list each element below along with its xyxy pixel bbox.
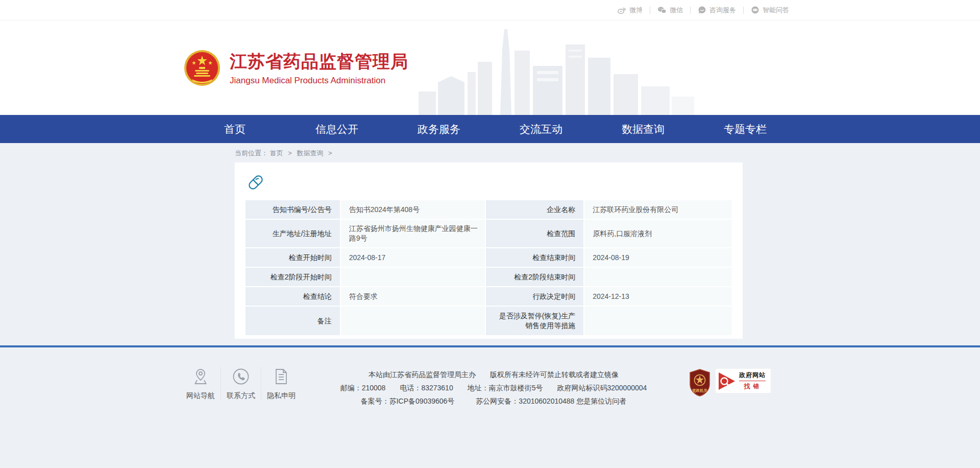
field-label: 是否涉及暂停(恢复)生产销售使用等措施: [486, 307, 583, 335]
nav-item-home[interactable]: 首页: [184, 115, 286, 143]
footer-item-site-map[interactable]: 网站导航: [184, 367, 217, 401]
find-error-badge[interactable]: 政府网站 找错: [716, 369, 771, 393]
topbar: 微博 微信 咨询服务: [0, 0, 980, 20]
nav-item-interaction[interactable]: 交流互动: [490, 115, 592, 143]
footer-nav: 网站导航 联系方式: [184, 366, 298, 401]
nav-item-special-topics[interactable]: 专题专栏: [694, 115, 796, 143]
footer-nav-divider: [261, 367, 261, 401]
footer-item-label: 联系方式: [224, 391, 258, 401]
breadcrumb-link-home[interactable]: 首页: [270, 149, 283, 157]
main-nav: 首页 信息公开 政务服务 交流互动 数据查询 专题专栏: [0, 115, 980, 143]
breadcrumb-link-data-query[interactable]: 数据查询: [297, 149, 323, 157]
national-emblem-logo: [184, 50, 220, 86]
footer-item-privacy[interactable]: 隐私申明: [264, 367, 298, 401]
field-value: 2024-08-17: [341, 248, 485, 267]
svg-text:党政机关: 党政机关: [692, 388, 708, 393]
inspection-record-table: 告知书编号/公告号 告知书2024年第408号 企业名称 江苏联环药业股份有限公…: [244, 199, 733, 336]
field-label: 生产地址/注册地址: [246, 220, 340, 247]
field-value: [341, 268, 485, 286]
field-label: 检查结论: [246, 287, 340, 306]
footer-line-icp: 备案号：苏ICP备09039606号 苏公网安备：32010602010488 …: [298, 394, 689, 408]
nav-item-info-disclosure[interactable]: 信息公开: [286, 115, 388, 143]
footer-line-contact: 邮编：210008 电话：83273610 地址：南京市鼓楼街5号 政府网站标识…: [298, 381, 689, 394]
city-skyline-decoration: [419, 29, 694, 115]
field-value: 江苏联环药业股份有限公司: [584, 200, 732, 219]
footer-info: 本站由江苏省药品监督管理局主办 版权所有未经许可禁止转载或者建立镜像 邮编：21…: [298, 366, 689, 408]
nav-item-gov-services[interactable]: 政务服务: [388, 115, 490, 143]
phone-icon: [224, 367, 258, 386]
smart-qa-icon: [751, 6, 760, 14]
field-value: 告知书2024年第408号: [341, 200, 485, 219]
site-header: 江苏省药品监督管理局 Jiangsu Medical Products Admi…: [0, 20, 980, 115]
topbar-item-weibo[interactable]: 微博: [610, 6, 650, 15]
wechat-icon: [657, 6, 667, 14]
field-value: [584, 268, 732, 286]
topbar-item-consult[interactable]: 咨询服务: [691, 6, 743, 15]
field-value: [584, 307, 732, 335]
find-error-icon: [718, 371, 736, 391]
topbar-item-label: 智能问答: [763, 6, 789, 15]
field-value: [341, 307, 485, 335]
table-row: 检查开始时间 2024-08-17 检查结束时间 2024-08-19: [246, 248, 732, 267]
topbar-item-smart-qa[interactable]: 智能问答: [744, 6, 796, 15]
table-row: 备注 是否涉及暂停(恢复)生产销售使用等措施: [246, 307, 732, 335]
footer-badges: 党政机关 政府网站 找错: [689, 366, 796, 396]
field-label: 备注: [246, 307, 340, 335]
footer-nav-divider: [220, 367, 221, 401]
table-row: 检查2阶段开始时间 检查2阶段结束时间: [246, 268, 732, 286]
weibo-icon: [617, 6, 626, 14]
table-row: 告知书编号/公告号 告知书2024年第408号 企业名称 江苏联环药业股份有限公…: [246, 200, 732, 219]
site-subtitle: Jiangsu Medical Products Administration: [230, 76, 408, 86]
pill-icon: [247, 174, 264, 191]
topbar-item-wechat[interactable]: 微信: [650, 6, 690, 15]
map-pin-icon: [184, 367, 217, 386]
field-label: 行政决定时间: [486, 287, 583, 306]
footer-item-contact[interactable]: 联系方式: [224, 367, 258, 401]
site-footer: 网站导航 联系方式: [0, 347, 980, 468]
table-row: 检查结论 符合要求 行政决定时间 2024-12-13: [246, 287, 732, 306]
footer-line-host: 本站由江苏省药品监督管理局主办 版权所有未经许可禁止转载或者建立镜像: [298, 368, 689, 381]
field-label: 检查结束时间: [486, 248, 583, 267]
field-value: 2024-12-13: [584, 287, 732, 306]
field-label: 检查范围: [486, 220, 583, 247]
field-label: 告知书编号/公告号: [246, 200, 340, 219]
field-label: 检查开始时间: [246, 248, 340, 267]
field-label: 检查2阶段开始时间: [246, 268, 340, 286]
field-label: 企业名称: [486, 200, 583, 219]
breadcrumb-separator: >: [288, 149, 292, 157]
breadcrumb: 当前位置： 首页 > 数据查询 >: [235, 143, 745, 162]
footer-item-label: 隐私申明: [264, 391, 298, 401]
footer-item-label: 网站导航: [184, 391, 217, 401]
main-content: 当前位置： 首页 > 数据查询 > 告知书编号/公告号 告知书2024年第408…: [0, 143, 980, 345]
breadcrumb-separator: >: [328, 149, 332, 157]
topbar-item-label: 微信: [670, 6, 683, 15]
topbar-item-label: 咨询服务: [709, 6, 736, 15]
field-value: 原料药,口服溶液剂: [584, 220, 732, 247]
breadcrumb-prefix: 当前位置：: [235, 149, 268, 157]
document-icon: [264, 367, 298, 386]
find-error-badge-subtitle: 找错: [739, 381, 766, 391]
find-error-badge-title: 政府网站: [739, 371, 766, 381]
field-value: 江苏省扬州市扬州生物健康产业园健康一路9号: [341, 220, 485, 247]
party-gov-badge[interactable]: 党政机关: [689, 369, 710, 396]
site-title: 江苏省药品监督管理局: [230, 50, 408, 74]
record-card: 告知书编号/公告号 告知书2024年第408号 企业名称 江苏联环药业股份有限公…: [235, 162, 743, 339]
table-row: 生产地址/注册地址 江苏省扬州市扬州生物健康产业园健康一路9号 检查范围 原料药…: [246, 220, 732, 247]
field-label: 检查2阶段结束时间: [486, 268, 583, 286]
nav-item-data-query[interactable]: 数据查询: [592, 115, 694, 143]
consult-service-icon: [698, 6, 706, 14]
field-value: 2024-08-19: [584, 248, 732, 267]
field-value: 符合要求: [341, 287, 485, 306]
topbar-item-label: 微博: [629, 6, 643, 15]
